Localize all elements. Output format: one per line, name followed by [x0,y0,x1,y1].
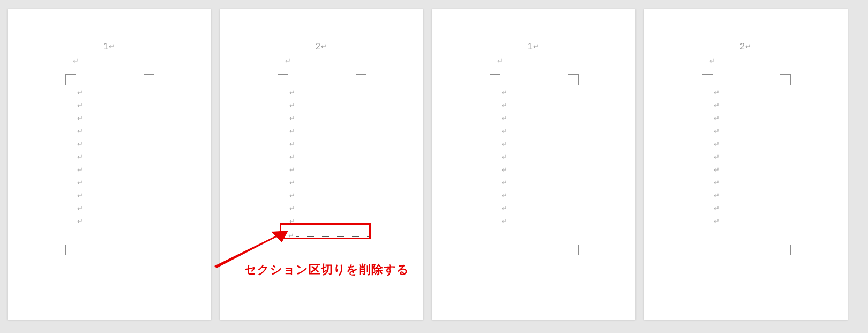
paragraph-mark-icon: ↵ [714,115,720,122]
paragraph-mark-icon: ↵ [502,179,507,186]
paragraph-mark-icon: ↵ [288,232,294,240]
paragraph-mark-icon: ↵ [714,179,720,186]
paragraph-mark-icon: ↵ [714,166,720,173]
paragraph-mark-icon: ↵ [289,115,295,122]
paragraph-mark-icon: ↵ [502,128,507,135]
page-header-number: 2↵ [220,42,423,51]
paragraph-mark-icon: ↵ [502,140,507,147]
paragraph-mark-icon: ↵ [714,102,720,109]
crop-mark-icon [144,245,154,255]
paragraph-mark-icon: ↵ [77,115,83,122]
paragraph-mark-icon: ↵ [502,115,507,122]
paragraph-mark-icon: ↵ [77,102,83,109]
crop-mark-icon [278,245,288,255]
paragraph-mark-icon: ↵ [502,89,507,96]
header-number-text: 2 [316,42,321,51]
paragraph-mark-icon: ↵ [709,57,715,65]
paragraph-mark-icon: ↵ [109,42,115,50]
paragraph-mark-icon: ↵ [77,218,83,225]
paragraph-mark-icon: ↵ [533,42,540,50]
paragraph-mark-icon: ↵ [77,179,83,186]
section-break[interactable]: ↵ [288,231,371,240]
paragraph-mark-icon: ↵ [502,102,507,109]
document-body[interactable]: ↵↵↵↵↵↵↵↵↵↵↵ [289,89,295,225]
paragraph-mark-icon: ↵ [502,166,507,173]
paragraph-mark-icon: ↵ [77,128,83,135]
paragraph-mark-icon: ↵ [289,179,295,186]
paragraph-mark-icon: ↵ [289,218,295,225]
paragraph-mark-icon: ↵ [714,153,720,160]
paragraph-mark-icon: ↵ [714,218,720,225]
document-body[interactable]: ↵↵↵↵↵↵↵↵↵↵↵ [77,89,83,225]
header-number-text: 2 [740,42,745,51]
paragraph-mark-icon: ↵ [714,89,720,96]
crop-mark-icon [490,245,500,255]
page-header-number: 1↵ [8,42,211,51]
paragraph-mark-icon: ↵ [77,140,83,147]
paragraph-mark-icon: ↵ [289,205,295,212]
crop-mark-icon [702,74,713,85]
paragraph-mark-icon: ↵ [714,128,720,135]
paragraph-mark-icon: ↵ [289,166,295,173]
document-body[interactable]: ↵↵↵↵↵↵↵↵↵↵↵ [502,89,507,225]
paragraph-mark-icon: ↵ [289,128,295,135]
paragraph-mark-icon: ↵ [502,205,507,212]
document-page[interactable]: 1↵ ↵ ↵↵↵↵↵↵↵↵↵↵↵ [432,9,635,320]
paragraph-mark-icon: ↵ [77,205,83,212]
paragraph-mark-icon: ↵ [77,192,83,199]
document-body[interactable]: ↵↵↵↵↵↵↵↵↵↵↵ [714,89,720,225]
paragraph-mark-icon: ↵ [77,166,83,173]
crop-mark-icon [780,245,791,255]
section-break-line-icon [296,234,371,237]
page-header-number: 2↵ [644,42,848,51]
paragraph-mark-icon: ↵ [289,192,295,199]
crop-mark-icon [702,245,713,255]
paragraph-mark-icon: ↵ [289,153,295,160]
page-header-number: 1↵ [432,42,635,51]
paragraph-mark-icon: ↵ [497,57,503,65]
header-number-text: 1 [528,42,533,51]
paragraph-mark-icon: ↵ [285,57,291,65]
crop-mark-icon [490,74,500,85]
document-page[interactable]: 1↵ ↵ ↵↵↵↵↵↵↵↵↵↵↵ [8,9,211,320]
crop-mark-icon [144,74,154,85]
paragraph-mark-icon: ↵ [73,57,79,65]
crop-mark-icon [568,74,579,85]
crop-mark-icon [568,245,579,255]
paragraph-mark-icon: ↵ [502,218,507,225]
crop-mark-icon [356,74,366,85]
paragraph-mark-icon: ↵ [289,102,295,109]
document-workspace: 1↵ ↵ ↵↵↵↵↵↵↵↵↵↵↵ 2↵ ↵ ↵↵↵↵↵↵↵↵↵↵↵ ↵ 1↵ ↵ [0,0,868,333]
paragraph-mark-icon: ↵ [745,42,752,50]
header-number-text: 1 [103,42,109,51]
crop-mark-icon [780,74,791,85]
annotation-label: セクション区切りを削除する [244,262,409,278]
crop-mark-icon [65,245,76,255]
paragraph-mark-icon: ↵ [321,42,327,50]
paragraph-mark-icon: ↵ [714,140,720,147]
paragraph-mark-icon: ↵ [714,192,720,199]
crop-mark-icon [278,74,288,85]
crop-mark-icon [65,74,76,85]
crop-mark-icon [356,245,366,255]
document-page[interactable]: 2↵ ↵ ↵↵↵↵↵↵↵↵↵↵↵ [644,9,848,320]
paragraph-mark-icon: ↵ [77,153,83,160]
paragraph-mark-icon: ↵ [502,192,507,199]
paragraph-mark-icon: ↵ [502,153,507,160]
paragraph-mark-icon: ↵ [289,140,295,147]
paragraph-mark-icon: ↵ [714,205,720,212]
paragraph-mark-icon: ↵ [289,89,295,96]
paragraph-mark-icon: ↵ [77,89,83,96]
